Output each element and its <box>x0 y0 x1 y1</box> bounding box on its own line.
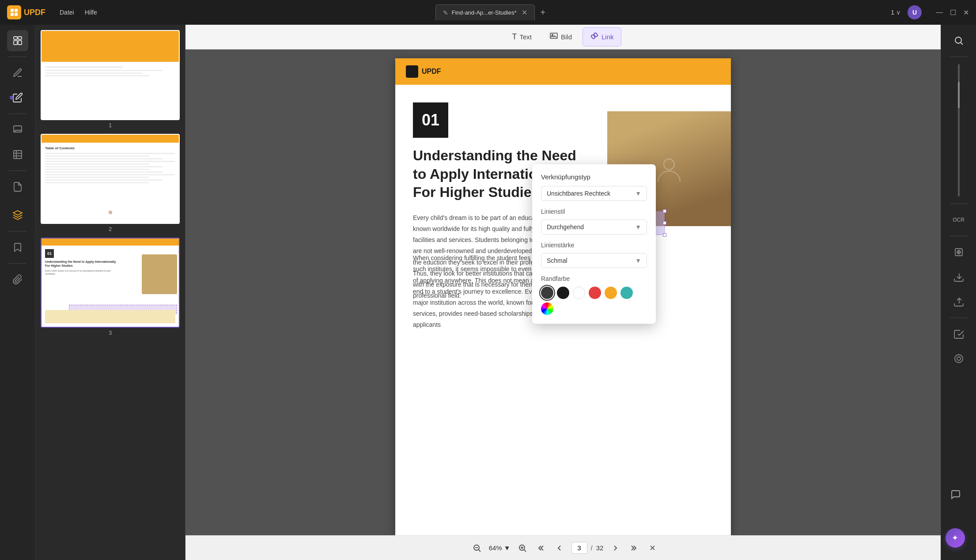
top-toolbar: T Text Bild Link <box>185 25 941 49</box>
bottom-close-button[interactable]: ✕ <box>649 543 656 553</box>
first-page-button[interactable] <box>534 541 548 555</box>
zoom-dropdown[interactable]: 64% ▼ <box>489 544 511 552</box>
right-export-icon[interactable] <box>948 266 969 288</box>
right-divider-4 <box>950 318 968 318</box>
updf-ai-button[interactable]: ✦ <box>946 528 965 548</box>
minimize-button[interactable]: — <box>936 8 943 17</box>
pdf-logo: UPDF <box>406 65 441 78</box>
pdf-logo-text: UPDF <box>422 68 441 76</box>
color-dark-gray[interactable] <box>541 287 553 299</box>
thumbnail-3[interactable]: 01 Understanding the Need to Apply Inter… <box>41 238 180 336</box>
page-separator: / <box>591 544 593 552</box>
sidebar-thumbnails-icon[interactable] <box>7 30 28 51</box>
thumbnail-3-number: 3 <box>41 329 180 336</box>
right-scrollbar-thumb <box>958 82 960 108</box>
last-page-button[interactable] <box>627 541 640 555</box>
text-tool-icon: T <box>512 32 517 42</box>
new-tab-button[interactable]: + <box>540 8 545 18</box>
right-ocr-icon[interactable]: OCR <box>948 209 969 231</box>
sidebar-layers-icon[interactable] <box>7 204 28 226</box>
handle-top-right[interactable] <box>663 209 666 213</box>
line-weight-value: Schmal <box>547 257 567 264</box>
menu-bar: Datei Hilfe <box>60 9 97 16</box>
right-check-icon[interactable] <box>948 323 969 344</box>
logo-icon <box>7 5 21 19</box>
right-divider-3 <box>950 236 968 236</box>
handle-middle-right[interactable] <box>663 221 666 225</box>
right-upload-icon[interactable] <box>948 291 969 312</box>
svg-point-30 <box>957 357 961 360</box>
svg-point-28 <box>958 252 959 253</box>
page-nav: 1 ∨ <box>891 9 900 16</box>
zoom-out-button[interactable] <box>470 541 484 555</box>
link-tool-label: Link <box>601 33 614 41</box>
sidebar-edit-icon[interactable] <box>7 87 28 108</box>
sidebar-pen-icon[interactable] <box>7 62 28 83</box>
svg-line-19 <box>479 550 480 552</box>
link-type-arrow-icon: ▼ <box>635 190 641 197</box>
svg-rect-2 <box>11 13 14 16</box>
page-total: 32 <box>596 544 604 552</box>
sidebar-bookmark-icon[interactable] <box>7 237 28 258</box>
link-type-popup: Verknüpfungstyp Unsichtbares Rechteck ▼ … <box>532 164 656 324</box>
right-divider-1 <box>950 57 968 57</box>
image-tool-label: Bild <box>561 33 572 41</box>
menu-hilfe[interactable]: Hilfe <box>85 9 97 16</box>
svg-rect-5 <box>18 37 22 39</box>
border-color-label: Randfarbe <box>541 275 647 282</box>
color-white[interactable] <box>573 287 585 299</box>
pdf-header: UPDF <box>395 58 731 85</box>
color-teal[interactable] <box>620 287 633 299</box>
link-type-select[interactable]: Unsichtbares Rechteck ▼ <box>541 186 647 201</box>
prev-page-button[interactable] <box>553 541 566 555</box>
thumbnail-panel: 1 Table of Contents <box>35 25 185 560</box>
right-save-icon[interactable] <box>948 348 969 369</box>
sidebar-comment-icon[interactable] <box>7 119 28 140</box>
line-style-value: Durchgehend <box>547 223 584 231</box>
left-sidebar <box>0 25 35 560</box>
message-button[interactable] <box>950 489 960 502</box>
maximize-button[interactable]: ☐ <box>950 8 956 17</box>
line-weight-select[interactable]: Schmal ▼ <box>541 253 647 268</box>
line-style-select[interactable]: Durchgehend ▼ <box>541 219 647 235</box>
handle-bottom-right[interactable] <box>663 233 666 237</box>
svg-line-25 <box>961 43 963 45</box>
zoom-dropdown-arrow-icon: ▼ <box>504 544 511 552</box>
text-tool-button[interactable]: T Text <box>505 29 539 45</box>
sidebar-paperclip-icon[interactable] <box>7 269 28 290</box>
zoom-in-button[interactable] <box>516 541 529 555</box>
color-black[interactable] <box>557 287 569 299</box>
svg-rect-4 <box>14 37 17 39</box>
menu-datei[interactable]: Datei <box>60 9 74 16</box>
line-weight-label: Linienstärke <box>541 242 647 249</box>
close-button[interactable]: ✕ <box>963 8 969 17</box>
thumbnail-1[interactable]: 1 <box>41 30 180 129</box>
active-tab[interactable]: ✎ Find-and-Ap...er-Studies* ✕ <box>435 4 535 20</box>
nav-arrow-icon[interactable]: ∨ <box>896 9 900 16</box>
popup-title: Verknüpfungstyp <box>541 173 647 181</box>
thumbnail-2[interactable]: Table of Contents 2 <box>41 134 180 232</box>
color-rainbow[interactable] <box>541 303 553 315</box>
right-scrollbar[interactable] <box>958 64 960 197</box>
link-tool-icon <box>590 31 599 42</box>
image-tool-button[interactable]: Bild <box>542 28 579 46</box>
link-tool-button[interactable]: Link <box>583 27 621 46</box>
color-swatch-row <box>541 287 647 315</box>
right-search-icon[interactable] <box>948 30 969 51</box>
page-current: 1 <box>891 9 894 16</box>
sidebar-table-icon[interactable] <box>7 144 28 165</box>
right-sidebar: OCR ✦ <box>941 25 976 560</box>
user-avatar[interactable]: U <box>908 5 922 19</box>
color-yellow[interactable] <box>605 287 617 299</box>
title-bar-right: 1 ∨ U — ☐ ✕ <box>891 5 969 19</box>
next-page-button[interactable] <box>609 541 622 555</box>
svg-rect-9 <box>14 151 22 159</box>
sidebar-pages-icon[interactable] <box>7 176 28 197</box>
title-bar: UPDF Datei Hilfe ✎ Find-and-Ap...er-Stud… <box>0 0 976 25</box>
color-red[interactable] <box>589 287 601 299</box>
page-input[interactable] <box>571 542 587 554</box>
right-extract-icon[interactable] <box>948 242 969 263</box>
sidebar-divider-1 <box>9 57 26 57</box>
tab-close-icon[interactable]: ✕ <box>522 8 527 17</box>
svg-point-16 <box>664 159 674 170</box>
